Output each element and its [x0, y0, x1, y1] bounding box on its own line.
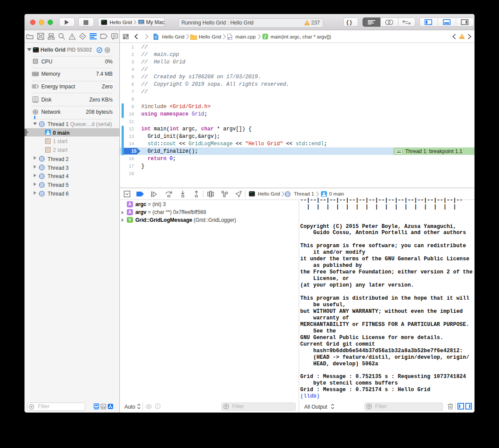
svg-text:c: c: [228, 35, 230, 39]
